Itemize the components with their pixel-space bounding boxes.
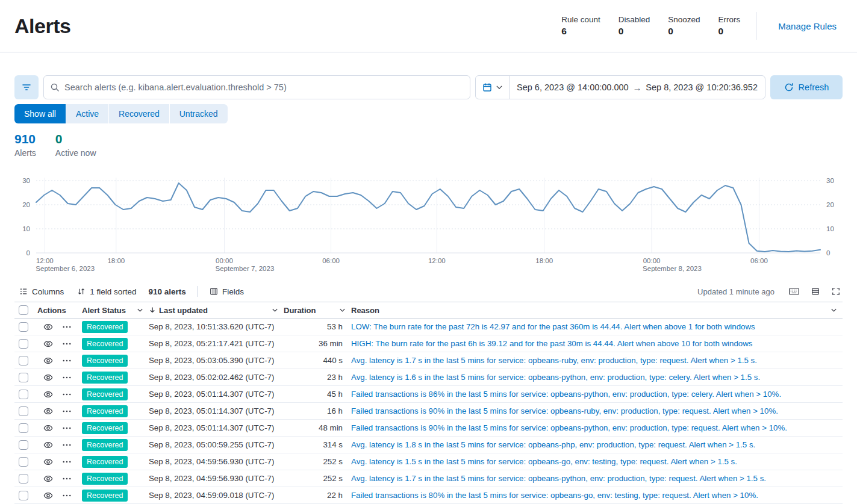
reason-link[interactable]: Failed transactions is 90% in the last 5…	[351, 406, 778, 415]
reason-link[interactable]: LOW: The burn rate for the past 72h is 4…	[351, 322, 755, 331]
header-divider	[756, 12, 756, 40]
filter-active[interactable]: Active	[66, 104, 109, 123]
more-actions-button[interactable]	[61, 426, 72, 431]
duration-cell: 440 s	[284, 352, 351, 369]
filter-recovered[interactable]: Recovered	[109, 104, 170, 123]
table-row: Recovered Sep 8, 2023, 04:59:09.018 (UTC…	[14, 487, 843, 504]
alerts-count-value: 910	[14, 132, 36, 146]
row-checkbox[interactable]	[19, 406, 28, 416]
date-end-button[interactable]: Sep 8, 2023 @ 10:20:36.952	[643, 82, 760, 92]
view-alert-button[interactable]	[42, 490, 54, 502]
active-now-stat: 0 Active now	[55, 132, 96, 158]
fields-button[interactable]: Fields	[205, 285, 249, 299]
svg-text:12:00: 12:00	[428, 257, 446, 264]
row-checkbox[interactable]	[19, 373, 28, 382]
row-checkbox[interactable]	[19, 457, 28, 467]
alerts-count-text: 910 alerts	[145, 287, 190, 296]
filter-untracked[interactable]: Untracked	[170, 104, 228, 123]
table-row: Recovered Sep 8, 2023, 05:03:05.390 (UTC…	[14, 352, 843, 369]
date-start-button[interactable]: Sep 6, 2023 @ 14:00:00.000	[514, 82, 631, 92]
alerts-chart-svg: 0010102020303012:00September 6, 202318:0…	[14, 175, 843, 273]
row-checkbox[interactable]	[19, 322, 28, 332]
view-alert-button[interactable]	[42, 422, 54, 434]
search-input[interactable]	[43, 75, 470, 99]
status-badge: Recovered	[82, 405, 128, 417]
last-updated-cell: Sep 8, 2023, 04:59:56.930 (UTC-7)	[149, 470, 284, 487]
chevron-down-icon	[831, 308, 837, 312]
svg-text:10: 10	[826, 225, 834, 232]
status-badge: Recovered	[82, 490, 128, 502]
row-checkbox[interactable]	[19, 491, 28, 500]
keyboard-shortcuts-button[interactable]	[787, 285, 802, 297]
more-actions-icon	[63, 326, 71, 328]
view-alert-button[interactable]	[42, 456, 54, 468]
row-checkbox[interactable]	[19, 423, 28, 433]
reason-link[interactable]: Avg. latency is 1.5 s in the last 5 mins…	[351, 457, 737, 466]
reason-link[interactable]: Failed transactions is 86% in the last 5…	[351, 390, 781, 399]
date-quick-select-button[interactable]	[476, 76, 510, 99]
row-checkbox[interactable]	[19, 474, 28, 484]
row-checkbox[interactable]	[19, 339, 28, 349]
view-alert-button[interactable]	[42, 388, 54, 400]
col-header-reason[interactable]: Reason	[351, 302, 843, 319]
view-alert-button[interactable]	[42, 338, 54, 350]
last-updated-cell: Sep 8, 2023, 05:01:14.307 (UTC-7)	[149, 386, 284, 403]
more-actions-button[interactable]	[61, 341, 72, 346]
more-actions-button[interactable]	[61, 443, 72, 447]
view-alert-button[interactable]	[42, 321, 54, 333]
svg-text:0: 0	[26, 249, 30, 257]
columns-button[interactable]: Columns	[14, 285, 69, 299]
table-row: Recovered Sep 8, 2023, 05:21:17.421 (UTC…	[14, 335, 843, 352]
reason-link[interactable]: Avg. latency is 1.7 s in the last 5 mins…	[351, 474, 766, 483]
svg-text:06:00: 06:00	[750, 257, 768, 264]
sort-icon	[77, 287, 86, 296]
more-actions-button[interactable]	[61, 493, 72, 498]
more-actions-icon	[63, 343, 71, 345]
more-actions-button[interactable]	[61, 409, 72, 414]
row-checkbox[interactable]	[19, 440, 28, 450]
reason-link[interactable]: HIGH: The burn rate for the past 6h is 3…	[351, 339, 752, 348]
page-header: Alerts Rule count 6 Disabled 0 Snoozed 0…	[0, 0, 857, 52]
view-alert-button[interactable]	[42, 372, 54, 384]
filter-toggle-button[interactable]	[14, 75, 39, 99]
display-options-button[interactable]	[809, 285, 822, 298]
more-actions-button[interactable]	[61, 392, 72, 397]
svg-text:00:00: 00:00	[216, 257, 233, 264]
view-alert-button[interactable]	[42, 405, 54, 417]
reason-link[interactable]: Failed transactions is 80% in the last 5…	[351, 491, 758, 500]
select-all-checkbox[interactable]	[19, 305, 28, 315]
eye-icon	[43, 474, 53, 484]
more-actions-button[interactable]	[61, 325, 72, 329]
more-actions-button[interactable]	[61, 476, 72, 481]
svg-text:20: 20	[826, 201, 834, 208]
sort-fields-button[interactable]: 1 field sorted	[72, 285, 141, 299]
col-header-last-updated[interactable]: Last updated	[149, 302, 284, 319]
view-alert-button[interactable]	[42, 439, 54, 451]
stat-label: Rule count	[561, 15, 600, 24]
refresh-button[interactable]: Refresh	[770, 75, 843, 99]
fullscreen-button[interactable]	[829, 285, 843, 298]
reason-link[interactable]: Avg. latency is 1.8 s in the last 5 mins…	[351, 440, 755, 449]
reason-link[interactable]: Avg. latency is 1.6 s in the last 5 mins…	[351, 373, 760, 382]
more-actions-button[interactable]	[61, 375, 72, 380]
reason-link[interactable]: Avg. latency is 1.7 s in the last 5 mins…	[351, 356, 757, 365]
row-checkbox[interactable]	[19, 390, 28, 399]
filter-show-all[interactable]: Show all	[14, 104, 66, 123]
reason-link[interactable]: Failed transactions is 90% in the last 5…	[351, 423, 787, 432]
stat-label: Errors	[718, 15, 741, 24]
more-actions-icon	[63, 427, 71, 429]
svg-text:18:00: 18:00	[535, 257, 553, 264]
eye-icon	[43, 457, 53, 467]
eye-icon	[43, 440, 53, 450]
stat-errors: Errors 0	[718, 15, 741, 37]
view-alert-button[interactable]	[42, 355, 54, 367]
view-alert-button[interactable]	[42, 473, 54, 485]
stat-label: Disabled	[619, 15, 650, 24]
svg-text:12:00: 12:00	[36, 257, 54, 264]
more-actions-button[interactable]	[61, 358, 72, 363]
row-checkbox[interactable]	[19, 356, 28, 366]
manage-rules-link[interactable]: Manage Rules	[772, 16, 843, 36]
col-header-duration[interactable]: Duration	[284, 302, 351, 319]
more-actions-button[interactable]	[61, 459, 72, 464]
col-header-alert-status[interactable]: Alert Status	[82, 302, 149, 319]
